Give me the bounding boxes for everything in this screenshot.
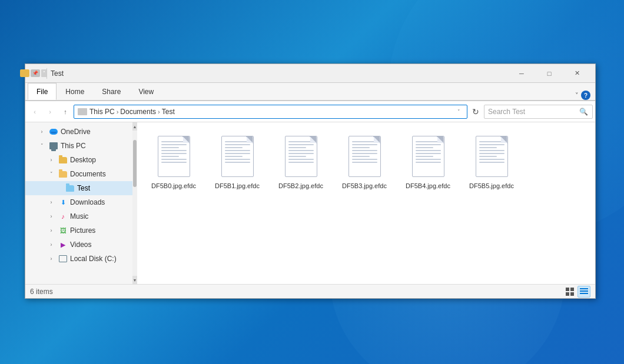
file-item-5[interactable]: DF5B5.jpg.efdc bbox=[462, 129, 521, 193]
file-item-0[interactable]: DF5B0.jpg.efdc bbox=[144, 129, 203, 193]
local-disk-icon bbox=[58, 254, 68, 263]
sidebar-label-documents: Documents bbox=[70, 170, 106, 178]
sidebar-item-test[interactable]: Test bbox=[25, 181, 132, 195]
sidebar-item-pictures[interactable]: › 🖼 Pictures bbox=[25, 223, 132, 238]
search-input[interactable]: Search Test bbox=[488, 108, 578, 116]
sidebar-item-desktop[interactable]: › Desktop bbox=[25, 153, 132, 167]
address-right: ↻ Search Test 🔍 bbox=[469, 105, 593, 119]
refresh-button[interactable]: ↻ bbox=[469, 105, 483, 119]
svg-rect-6 bbox=[580, 293, 588, 294]
expand-icon-local-disk[interactable]: › bbox=[47, 254, 56, 263]
file-item-1[interactable]: DF5B1.jpg.efdc bbox=[208, 129, 267, 193]
expand-icon-desktop[interactable]: › bbox=[47, 155, 56, 165]
minimize-button[interactable]: ─ bbox=[508, 64, 535, 83]
path-documents[interactable]: Documents bbox=[120, 108, 156, 116]
expand-icon-pictures[interactable]: › bbox=[47, 226, 56, 235]
pictures-frame-icon: 🖼 bbox=[60, 227, 67, 234]
sidebar-label-test: Test bbox=[77, 184, 90, 192]
sidebar-item-downloads[interactable]: › ⬇ Downloads bbox=[25, 195, 132, 209]
forward-button[interactable]: › bbox=[43, 105, 57, 119]
tab-file[interactable]: File bbox=[28, 83, 57, 100]
address-bar: ‹ › ↑ This PC › Documents › Test ˅ ↻ Sea… bbox=[25, 101, 595, 122]
path-sep-2: › bbox=[158, 108, 160, 115]
title-folder-icon: 📌 ˅ bbox=[30, 69, 39, 78]
path-sep-1: › bbox=[117, 108, 119, 115]
music-note-icon: ♪ bbox=[61, 213, 65, 220]
expand-icon-onedrive[interactable]: › bbox=[37, 127, 47, 136]
svg-rect-3 bbox=[570, 292, 574, 296]
downloads-icon: ⬇ bbox=[58, 198, 68, 207]
sidebar-scrollbar[interactable]: ▲ ▼ bbox=[132, 122, 137, 284]
file-item-2[interactable]: DF5B2.jpg.efdc bbox=[271, 129, 330, 193]
file-thumb-4 bbox=[409, 133, 447, 180]
test-folder-icon bbox=[65, 183, 75, 193]
sidebar-item-documents[interactable]: ˅ Documents bbox=[25, 167, 132, 181]
path-this-pc[interactable]: This PC bbox=[89, 108, 115, 116]
file-thumb-3 bbox=[346, 133, 384, 180]
sidebar-label-music: Music bbox=[70, 212, 88, 221]
downloads-arrow-icon: ⬇ bbox=[61, 199, 66, 206]
path-dropdown-icon[interactable]: ˅ bbox=[454, 107, 463, 116]
help-icon[interactable]: ? bbox=[581, 91, 590, 100]
scrollbar-thumb[interactable] bbox=[133, 140, 137, 187]
svg-rect-1 bbox=[570, 288, 574, 291]
doc-icon-4 bbox=[412, 136, 444, 177]
sidebar-label-this-pc: This PC bbox=[61, 142, 86, 150]
file-thumb-1 bbox=[218, 133, 257, 180]
back-button[interactable]: ‹ bbox=[28, 105, 42, 119]
file-thumb-5 bbox=[473, 133, 511, 180]
up-button[interactable]: ↑ bbox=[58, 105, 72, 119]
file-name-4: DF5B4.jpg.efdc bbox=[406, 182, 450, 189]
sidebar-item-this-pc[interactable]: ˅ This PC bbox=[25, 139, 132, 153]
file-name-2: DF5B2.jpg.efdc bbox=[278, 182, 323, 189]
expand-icon-music[interactable]: › bbox=[47, 212, 56, 221]
title-separator bbox=[47, 68, 47, 79]
ribbon-chevron[interactable]: ˅ ? bbox=[573, 91, 593, 100]
svg-rect-5 bbox=[580, 290, 588, 292]
file-item-4[interactable]: DF5B4.jpg.efdc bbox=[399, 129, 457, 193]
file-name-0: DF5B0.jpg.efdc bbox=[151, 182, 196, 189]
disk-icon bbox=[59, 255, 67, 262]
view-buttons bbox=[563, 286, 590, 298]
expand-icon-this-pc[interactable]: ˅ bbox=[37, 141, 47, 151]
doc-icon-2 bbox=[285, 136, 317, 177]
doc-icon-5 bbox=[476, 136, 508, 177]
title-bar: 📌 ˅ Test ─ □ ✕ bbox=[25, 64, 595, 83]
sidebar-label-pictures: Pictures bbox=[70, 226, 95, 235]
scrollbar-down-button[interactable]: ▼ bbox=[132, 276, 137, 284]
music-icon: ♪ bbox=[58, 212, 68, 221]
expand-icon-downloads[interactable]: › bbox=[47, 198, 56, 207]
doc-icon-0 bbox=[158, 136, 190, 177]
pin-icon[interactable]: 📌 bbox=[31, 69, 40, 77]
sidebar-item-local-disk[interactable]: › Local Disk (C:) bbox=[25, 252, 132, 266]
address-path[interactable]: This PC › Documents › Test ˅ bbox=[74, 105, 467, 119]
ribbon: File Home Share View ˅ ? bbox=[25, 83, 595, 101]
close-button[interactable]: ✕ bbox=[563, 64, 590, 83]
sidebar-item-onedrive[interactable]: › OneDrive bbox=[25, 125, 132, 139]
scrollbar-up-button[interactable]: ▲ bbox=[132, 122, 137, 131]
search-icon[interactable]: 🔍 bbox=[578, 106, 589, 117]
expand-icon-videos[interactable]: › bbox=[47, 240, 56, 249]
file-item-3[interactable]: DF5B3.jpg.efdc bbox=[335, 129, 394, 193]
maximize-button[interactable]: □ bbox=[536, 64, 563, 83]
tab-home[interactable]: Home bbox=[57, 83, 93, 100]
sidebar-label-local-disk: Local Disk (C:) bbox=[70, 255, 117, 263]
search-box[interactable]: Search Test 🔍 bbox=[484, 105, 593, 119]
expand-icon-documents[interactable]: ˅ bbox=[47, 169, 56, 179]
onedrive-icon bbox=[49, 127, 58, 136]
grid-view-button[interactable] bbox=[563, 286, 576, 298]
chevron-down-icon[interactable]: ˅ bbox=[575, 92, 579, 99]
videos-play-icon: ▶ bbox=[61, 241, 65, 249]
grid-view-icon bbox=[566, 288, 574, 296]
sidebar-item-videos[interactable]: › ▶ Videos bbox=[25, 238, 132, 252]
item-count: 6 items bbox=[30, 288, 563, 296]
tab-share[interactable]: Share bbox=[93, 83, 130, 100]
file-area: DF5B0.jpg.efdc bbox=[137, 122, 595, 284]
folder-icon-yellow bbox=[20, 69, 29, 77]
tab-view[interactable]: View bbox=[130, 83, 162, 100]
sidebar-item-music[interactable]: › ♪ Music bbox=[25, 209, 132, 223]
desktop-folder-icon bbox=[58, 155, 68, 165]
path-test[interactable]: Test bbox=[162, 108, 175, 116]
details-view-button[interactable] bbox=[577, 286, 590, 298]
svg-rect-2 bbox=[566, 292, 569, 296]
